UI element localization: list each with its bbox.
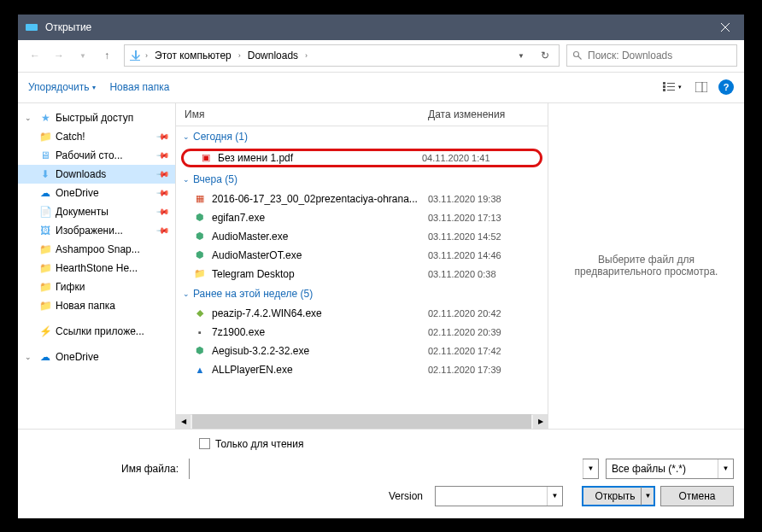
file-row[interactable]: ⬢Aegisub-3.2.2-32.exe02.11.2020 17:42 <box>176 342 548 360</box>
forward-button[interactable]: → <box>49 45 69 66</box>
breadcrumb-root[interactable]: Этот компьютер <box>151 48 235 63</box>
tree-item-gifki[interactable]: 📁Гифки <box>18 278 175 296</box>
view-mode-button[interactable]: ▾ <box>660 77 684 97</box>
chevron-right-icon: › <box>305 51 308 60</box>
open-dropdown[interactable]: ▼ <box>641 487 654 506</box>
back-button[interactable]: ← <box>25 45 45 66</box>
tree-item-onedrive[interactable]: ☁OneDrive📌 <box>18 184 175 202</box>
chevron-down-icon: ⌄ <box>183 289 190 298</box>
svg-rect-0 <box>26 24 38 31</box>
breadcrumb-folder[interactable]: Downloads <box>244 48 302 63</box>
version-label: Version <box>389 490 426 502</box>
column-date[interactable]: Дата изменения <box>428 108 539 120</box>
cloud-icon: ☁ <box>38 186 52 200</box>
folder-icon: 📁 <box>38 280 52 294</box>
window-title: Открытие <box>45 21 706 33</box>
version-dropdown[interactable]: ▼ <box>547 487 562 506</box>
tree-item-downloads[interactable]: ⬇Downloads📌 <box>18 165 175 184</box>
address-bar[interactable]: › Этот компьютер › Downloads › ▼ ↻ <box>124 44 560 67</box>
folder-icon: 📁 <box>38 261 52 275</box>
filetype-combo[interactable]: Все файлы (*.*) ▼ <box>606 459 734 479</box>
tree-app-links[interactable]: ⚡Ссылки приложе... <box>18 322 175 341</box>
new-folder-button[interactable]: Новая папка <box>109 81 169 93</box>
svg-rect-8 <box>667 90 675 91</box>
file-row[interactable]: ⬢AudioMasterOT.exe03.11.2020 14:46 <box>176 246 548 265</box>
file-name: AudioMasterOT.exe <box>212 249 423 261</box>
file-name: Telegram Desktop <box>212 268 423 280</box>
exe-icon: ⬢ <box>193 344 207 358</box>
organize-button[interactable]: Упорядочить ▾ <box>28 81 96 93</box>
file-row[interactable]: ◆peazip-7.4.2.WIN64.exe02.11.2020 20:42 <box>176 304 548 323</box>
collapse-icon[interactable]: ⌄ <box>25 353 35 361</box>
up-button[interactable]: ↑ <box>97 45 117 66</box>
search-icon <box>572 50 583 61</box>
tree-item-ashampoo[interactable]: 📁Ashampoo Snap... <box>18 240 175 259</box>
file-name: AudioMaster.exe <box>212 231 423 243</box>
recent-dropdown[interactable]: ▼ <box>73 45 93 66</box>
navigation-tree: ⌄ ★ Быстрый доступ 📁Catch!📌 🖥Рабочий сто… <box>18 103 176 429</box>
file-name: egifan7.exe <box>212 212 423 224</box>
file-row[interactable]: ⬢egifan7.exe03.11.2020 17:13 <box>176 208 548 227</box>
filetype-value: Все файлы (*.*) <box>607 463 718 475</box>
file-group-header[interactable]: ⌄Сегодня (1) <box>176 126 548 147</box>
preview-pane: Выберите файл для предварительного просм… <box>548 103 744 429</box>
svg-rect-1 <box>130 60 140 61</box>
filename-input[interactable] <box>190 459 583 479</box>
tree-item-newfolder[interactable]: 📁Новая папка <box>18 296 175 315</box>
scroll-left-button[interactable]: ◀ <box>176 414 190 429</box>
open-button[interactable]: Открыть ▼ <box>582 486 655 506</box>
file-group-header[interactable]: ⌄Ранее на этой неделе (5) <box>176 284 548 304</box>
chevron-down-icon: ⌄ <box>183 132 190 141</box>
tree-item-hearthstone[interactable]: 📁HearthStone He... <box>18 259 175 278</box>
file-row[interactable]: 📁Telegram Desktop03.11.2020 0:38 <box>176 265 548 284</box>
file-name: 2016-06-17_23_00_02prezentaciya-ohrana..… <box>212 193 423 205</box>
close-button[interactable] <box>706 15 744 40</box>
version-combo[interactable]: ▼ <box>435 486 563 506</box>
tree-item-documents[interactable]: 📄Документы📌 <box>18 202 175 221</box>
address-dropdown[interactable]: ▼ <box>511 45 531 66</box>
tree-onedrive-root[interactable]: ⌄☁OneDrive <box>18 348 175 366</box>
pdf-icon: ▣ <box>199 151 213 165</box>
file-row[interactable]: ▦2016-06-17_23_00_02prezentaciya-ohrana.… <box>176 190 548 208</box>
filename-combo[interactable]: ▼ <box>189 459 599 479</box>
file-row[interactable]: ▪7z1900.exe02.11.2020 20:39 <box>176 323 548 342</box>
tree-item-pictures[interactable]: 🖼Изображени...📌 <box>18 221 175 240</box>
horizontal-scrollbar[interactable]: ◀ ▶ <box>176 414 548 429</box>
file-row[interactable]: ⬢AudioMaster.exe03.11.2020 14:52 <box>176 227 548 246</box>
navigation-bar: ← → ▼ ↑ › Этот компьютер › Downloads › ▼… <box>18 40 744 73</box>
tree-quick-access[interactable]: ⌄ ★ Быстрый доступ <box>18 108 175 127</box>
filename-dropdown[interactable]: ▼ <box>583 459 598 478</box>
cancel-button[interactable]: Отмена <box>660 486 734 506</box>
allplayer-icon: ▲ <box>193 363 207 377</box>
file-list: Имя Дата изменения ⌄Сегодня (1)▣Без имен… <box>176 103 548 429</box>
file-date: 04.11.2020 1:41 <box>422 153 533 163</box>
collapse-icon[interactable]: ⌄ <box>25 114 35 122</box>
preview-pane-button[interactable] <box>689 77 713 97</box>
help-button[interactable]: ? <box>718 79 734 95</box>
search-box[interactable] <box>566 44 737 67</box>
folder-icon: 📁 <box>38 243 52 256</box>
file-date: 02.11.2020 20:42 <box>428 308 539 319</box>
tree-item-catch[interactable]: 📁Catch!📌 <box>18 127 175 146</box>
group-title: Сегодня (1) <box>193 131 248 143</box>
file-row[interactable]: ▣Без имени 1.pdf04.11.2020 1:41 <box>181 149 542 167</box>
file-list-body[interactable]: ⌄Сегодня (1)▣Без имени 1.pdf04.11.2020 1… <box>176 126 548 414</box>
scroll-right-button[interactable]: ▶ <box>533 414 548 429</box>
file-date: 02.11.2020 17:39 <box>428 365 539 375</box>
search-input[interactable] <box>588 50 731 61</box>
tree-item-desktop[interactable]: 🖥Рабочий сто...📌 <box>18 146 175 165</box>
folder-icon: 📁 <box>38 299 52 313</box>
svg-point-2 <box>574 52 579 57</box>
file-group-header[interactable]: ⌄Вчера (5) <box>176 169 548 190</box>
filetype-dropdown[interactable]: ▼ <box>718 459 733 478</box>
readonly-checkbox[interactable] <box>199 438 210 449</box>
scroll-thumb[interactable] <box>192 414 531 429</box>
file-row[interactable]: ▲ALLPlayerEN.exe02.11.2020 17:39 <box>176 360 548 379</box>
cloud-icon: ☁ <box>38 350 52 364</box>
file-date: 03.11.2020 19:38 <box>428 194 539 204</box>
folder-icon: 📁 <box>193 267 207 281</box>
column-name[interactable]: Имя <box>185 108 428 120</box>
refresh-button[interactable]: ↻ <box>535 45 555 66</box>
file-date: 02.11.2020 17:42 <box>428 346 539 356</box>
titlebar: Открытие <box>18 15 744 40</box>
